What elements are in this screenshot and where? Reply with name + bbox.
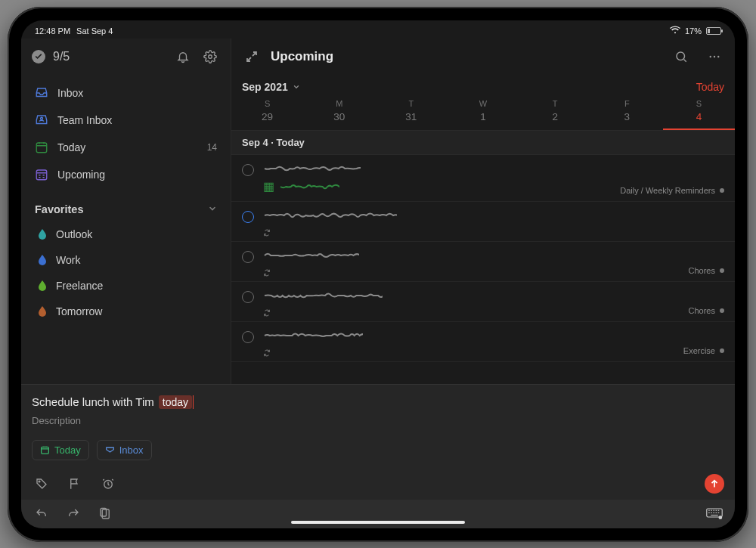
task-title-redacted: [263, 209, 724, 223]
svg-rect-3: [36, 170, 47, 180]
task-checkbox[interactable]: [242, 251, 254, 263]
day-number: 29: [231, 111, 303, 128]
day-label: S: [265, 99, 270, 108]
sidebar-item-team-inbox[interactable]: Team Inbox: [21, 107, 231, 134]
sidebar-item-today[interactable]: Today14: [21, 134, 231, 161]
day-col-6[interactable]: S4: [663, 99, 735, 130]
quick-add-project-chip[interactable]: Inbox: [97, 440, 152, 460]
task-checkbox[interactable]: [242, 331, 254, 343]
today-icon: [35, 141, 48, 154]
svg-point-0: [209, 54, 212, 58]
clipboard-icon[interactable]: [95, 504, 115, 524]
more-icon[interactable]: [705, 47, 724, 67]
status-date: Sat Sep 4: [76, 26, 113, 36]
day-col-5[interactable]: F3: [591, 99, 663, 130]
day-col-2[interactable]: T31: [375, 99, 447, 130]
favorite-item-tomorrow[interactable]: Tomorrow: [21, 299, 231, 324]
day-section-header: Sep 4 · Today: [231, 130, 735, 155]
favorites-header-label: Favorites: [35, 203, 83, 215]
recurring-icon: [263, 346, 271, 354]
day-col-0[interactable]: S29: [231, 99, 303, 130]
day-number: 1: [447, 111, 519, 128]
svg-point-7: [717, 55, 719, 57]
sidebar-item-label: Team Inbox: [57, 114, 112, 126]
favorite-item-work[interactable]: Work: [21, 247, 231, 273]
task-row[interactable]: Chores: [231, 242, 735, 282]
month-label[interactable]: Sep 2021: [242, 81, 288, 93]
svg-point-6: [714, 55, 715, 57]
day-label: S: [696, 99, 702, 108]
quick-add-project-chip-label: Inbox: [119, 444, 144, 456]
favorite-item-freelance[interactable]: Freelance: [21, 273, 231, 299]
expand-icon[interactable]: [242, 47, 262, 67]
favorites-header[interactable]: Favorites: [21, 193, 231, 221]
quick-add-description-input[interactable]: Description: [32, 415, 724, 426]
sidebar-item-label: Today: [57, 141, 85, 153]
reminder-icon[interactable]: [98, 474, 118, 494]
favorite-item-outlook[interactable]: Outlook: [21, 221, 231, 247]
task-project-label: Daily / Weekly Reminders: [620, 186, 724, 195]
svg-point-1: [41, 117, 43, 119]
redo-icon[interactable]: [64, 504, 83, 524]
svg-rect-11: [102, 509, 109, 519]
quick-add-title-text: Schedule lunch with Tim: [32, 395, 154, 408]
task-title-redacted: [263, 249, 724, 263]
task-row[interactable]: Chores: [231, 282, 735, 322]
task-title-redacted: [263, 163, 724, 176]
favorite-item-label: Freelance: [56, 280, 103, 292]
settings-icon[interactable]: [200, 47, 220, 67]
favorite-item-label: Tomorrow: [56, 305, 102, 317]
battery-icon: [706, 27, 721, 35]
day-number: 4: [663, 111, 735, 128]
project-dot-icon: [720, 308, 724, 313]
svg-point-14: [719, 515, 723, 519]
team-inbox-icon: [35, 113, 48, 127]
day-label: T: [553, 99, 558, 108]
day-col-3[interactable]: W1: [447, 99, 519, 130]
day-col-4[interactable]: T2: [519, 99, 591, 130]
today-link[interactable]: Today: [696, 81, 724, 93]
day-col-1[interactable]: M30: [303, 99, 375, 130]
label-icon[interactable]: [32, 474, 51, 494]
drop-icon: [38, 255, 47, 265]
sidebar-item-upcoming[interactable]: Upcoming: [21, 161, 231, 188]
dismiss-keyboard-icon[interactable]: [705, 504, 724, 524]
page-title: Upcoming: [271, 49, 333, 64]
svg-rect-8: [42, 447, 49, 454]
priority-flag-icon[interactable]: [65, 474, 85, 494]
svg-point-9: [39, 481, 40, 482]
task-row[interactable]: Exercise: [231, 322, 735, 362]
day-number: 30: [303, 111, 375, 128]
sidebar-item-inbox[interactable]: Inbox: [21, 79, 231, 107]
task-project-label: Chores: [689, 266, 724, 275]
task-row[interactable]: [231, 202, 735, 242]
task-row[interactable]: ▦Daily / Weekly Reminders: [231, 155, 735, 202]
task-checkbox[interactable]: [242, 211, 254, 223]
status-time: 12:48 PM: [35, 26, 70, 36]
quick-add-date-pill[interactable]: today: [159, 395, 192, 409]
quick-add-title-input[interactable]: Schedule lunch with Tim today: [32, 395, 724, 409]
notifications-icon[interactable]: [173, 47, 193, 67]
day-number: 3: [591, 111, 663, 128]
favorite-item-label: Outlook: [56, 228, 92, 240]
undo-icon[interactable]: [32, 504, 51, 524]
home-indicator[interactable]: [291, 521, 465, 524]
completed-count-icon[interactable]: [32, 50, 45, 63]
search-icon[interactable]: [671, 47, 691, 67]
svg-rect-2: [36, 143, 47, 153]
sidebar-item-label: Inbox: [57, 87, 83, 99]
quick-add-date-chip-label: Today: [54, 444, 81, 456]
recurring-icon: [263, 306, 271, 314]
sidebar: 9/5 InboxTeam InboxToday14Upcoming Favor…: [21, 39, 231, 384]
quick-add-date-chip[interactable]: Today: [32, 440, 89, 460]
svg-point-5: [710, 55, 711, 57]
day-label: W: [479, 99, 487, 108]
task-checkbox[interactable]: [242, 164, 254, 176]
calendar-mini-icon: ▦: [263, 179, 274, 194]
status-bar: 12:48 PM Sat Sep 4 17%: [21, 20, 735, 39]
recurring-icon: [263, 266, 271, 274]
submit-button[interactable]: [705, 474, 724, 494]
drop-icon: [38, 229, 47, 240]
task-checkbox[interactable]: [242, 291, 254, 303]
battery-fill: [708, 29, 710, 33]
